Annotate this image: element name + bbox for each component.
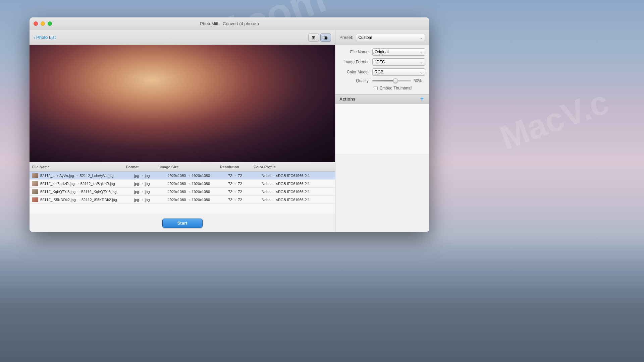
file-resolution: 72 → 72 <box>228 190 262 194</box>
grid-icon: ⊞ <box>312 35 316 40</box>
actions-content <box>335 104 429 154</box>
file-format: jpg → jpg <box>134 190 168 194</box>
filename-setting-row: File Name: Original <box>339 48 425 56</box>
file-size: 644x362 → 644x362 <box>168 190 228 194</box>
actions-label: Actions <box>339 97 356 102</box>
preview-button[interactable]: ◉ <box>320 34 331 42</box>
grid-view-button[interactable]: ⊞ <box>308 34 319 42</box>
format-value: JPEG <box>375 60 385 64</box>
main-toolbar: ‹ Photo List ⊞ ◉ <box>30 30 335 45</box>
app-window: PhotoMill – Convert (4 photos) ‹ Photo L… <box>30 17 429 232</box>
filename-value: Original <box>375 50 388 54</box>
eye-icon: ◉ <box>324 35 328 40</box>
colormodel-label: Color Model: <box>339 70 370 74</box>
file-name: 52112_kof8qHzR.jpg → 52112_kof8qHzR.jpg <box>40 182 134 186</box>
file-color: None → sRGB IEC61966-2.1 <box>262 182 329 186</box>
table-row[interactable]: 52112_KqbQ7YI3.jpg → 52112_KqbQ7YI3.jpg … <box>30 188 335 196</box>
window-title: PhotoMill – Convert (4 photos) <box>200 21 259 26</box>
actions-header: Actions + <box>335 94 429 104</box>
file-thumbnail <box>32 189 38 194</box>
back-button[interactable]: ‹ Photo List <box>34 35 56 40</box>
toolbar-icons: ⊞ ◉ <box>308 34 331 42</box>
traffic-lights <box>34 21 52 26</box>
quality-thumb[interactable] <box>393 78 398 83</box>
format-setting-row: Image Format: JPEG <box>339 58 425 66</box>
file-name: 52112_IS5KDDk2.jpg → 52112_IS5KDDk2.jpg <box>40 198 134 202</box>
back-label: Photo List <box>36 35 56 40</box>
col-header-filename: File Name <box>32 165 126 169</box>
file-name: 52112_LcieAyVn.jpg → 52112_LcieAyVn.jpg <box>40 174 134 178</box>
add-icon: + <box>420 96 424 102</box>
settings-panel: File Name: Original Image Format: JPEG C… <box>335 45 429 94</box>
col-header-color: Color Profile <box>254 165 321 169</box>
file-resolution: 72 → 72 <box>228 182 262 186</box>
file-resolution: 72 → 72 <box>228 198 262 202</box>
col-header-size: Image Size <box>160 165 220 169</box>
file-name: 52112_KqbQ7YI3.jpg → 52112_KqbQ7YI3.jpg <box>40 190 134 194</box>
filename-label: File Name: <box>339 50 370 54</box>
file-list-header: File Name Format Image Size Resolution C… <box>30 162 335 172</box>
colormodel-value: RGB <box>375 70 383 74</box>
file-format: jpg → jpg <box>134 198 168 202</box>
quality-track <box>372 80 395 81</box>
colormodel-setting-row: Color Model: RGB <box>339 68 425 76</box>
colormodel-dropdown[interactable]: RGB <box>372 68 425 76</box>
actions-section: Actions + <box>335 94 429 232</box>
preset-bar: Preset: Custom <box>335 30 429 45</box>
col-header-format: Format <box>126 165 160 169</box>
filename-dropdown[interactable]: Original <box>372 48 425 56</box>
embed-thumbnail-label: Embed Thumbnail <box>380 86 412 90</box>
preset-label: Preset: <box>339 35 353 40</box>
file-thumbnail <box>32 173 38 178</box>
file-thumbnail <box>32 181 38 186</box>
table-row[interactable]: 52112_kof8qHzR.jpg → 52112_kof8qHzR.jpg … <box>30 180 335 188</box>
main-panel: ‹ Photo List ⊞ ◉ <box>30 30 335 232</box>
embed-row: Embed Thumbnail <box>339 86 425 90</box>
preset-value: Custom <box>358 35 372 40</box>
start-button-area: Start <box>30 214 335 232</box>
add-action-button[interactable]: + <box>419 96 425 102</box>
preset-dropdown[interactable]: Custom <box>356 34 425 41</box>
content-area: ‹ Photo List ⊞ ◉ <box>30 30 429 232</box>
quality-slider[interactable] <box>372 80 411 81</box>
format-label: Image Format: <box>339 60 370 64</box>
photo-preview <box>30 45 335 162</box>
quality-value: 60% <box>414 78 425 83</box>
minimize-button[interactable] <box>41 21 45 26</box>
photo-background <box>30 45 335 162</box>
right-panel: Preset: Custom File Name: Original Image… <box>335 30 429 232</box>
close-button[interactable] <box>34 21 38 26</box>
back-chevron: ‹ <box>34 35 35 40</box>
file-size: 644x362 → 644x362 <box>168 182 228 186</box>
format-dropdown[interactable]: JPEG <box>372 58 425 66</box>
col-header-resolution: Resolution <box>220 165 254 169</box>
file-size: 644x362 → 644x362 <box>168 174 228 178</box>
quality-row: Quality: 60% <box>339 78 425 83</box>
file-format: jpg → jpg <box>134 174 168 178</box>
file-color: None → sRGB IEC61966-2.1 <box>262 174 329 178</box>
embed-thumbnail-checkbox[interactable] <box>374 86 378 90</box>
table-row[interactable]: 52112_IS5KDDk2.jpg → 52112_IS5KDDk2.jpg … <box>30 196 335 204</box>
titlebar: PhotoMill – Convert (4 photos) <box>30 17 429 30</box>
wedding-photo <box>30 45 335 162</box>
file-color: None → sRGB IEC61966-2.1 <box>262 198 329 202</box>
quality-label: Quality: <box>339 78 370 83</box>
maximize-button[interactable] <box>48 21 52 26</box>
file-format: jpg → jpg <box>134 182 168 186</box>
table-row[interactable]: 52112_LcieAyVn.jpg → 52112_LcieAyVn.jpg … <box>30 172 335 180</box>
start-button[interactable]: Start <box>162 219 203 228</box>
file-list-area: File Name Format Image Size Resolution C… <box>30 162 335 214</box>
file-color: None → sRGB IEC61966-2.1 <box>262 190 329 194</box>
file-size: 644x362 → 644x362 <box>168 198 228 202</box>
file-resolution: 72 → 72 <box>228 174 262 178</box>
file-thumbnail <box>32 197 38 202</box>
